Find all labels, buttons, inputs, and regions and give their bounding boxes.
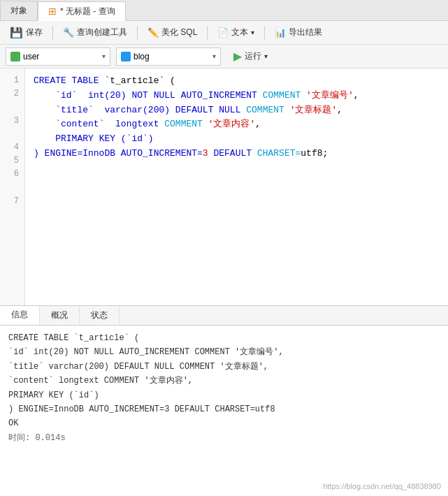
info-ok: OK	[8, 416, 440, 430]
info-line-2: `id` int(20) NOT NULL AUTO_INCREMENT COM…	[8, 345, 440, 359]
divider-3	[207, 26, 208, 40]
user-select[interactable]: user ▾	[6, 48, 110, 66]
save-icon: 💾	[10, 27, 23, 39]
divider-4	[264, 26, 265, 40]
info-time: 时间: 0.014s	[8, 431, 440, 445]
db-select[interactable]: blog ▾	[116, 48, 221, 66]
code-editor[interactable]: CREATE TABLE `t_article` ( `id` int(20) …	[25, 68, 448, 305]
beautify-label: 美化 SQL	[161, 27, 197, 38]
tab-object-label: 对象	[10, 5, 27, 17]
run-dropdown-icon: ▾	[264, 52, 268, 60]
tab-status-label: 状态	[91, 309, 108, 321]
info-line-6: ) ENGINE=InnoDB AUTO_INCREMENT=3 DEFAULT…	[8, 402, 440, 416]
tab-info-label: 信息	[11, 309, 28, 321]
save-button[interactable]: 💾 保存	[6, 25, 47, 41]
info-line-4: `content` longtext COMMENT '文章内容',	[8, 374, 440, 388]
divider-1	[52, 26, 53, 40]
user-label: user	[23, 52, 39, 61]
bottom-panel: 信息 概况 状态 CREATE TABLE `t_article` ( `id`…	[0, 306, 448, 496]
save-label: 保存	[26, 27, 43, 38]
tab-info[interactable]: 信息	[0, 306, 40, 325]
export-button[interactable]: 📊 导出结果	[270, 25, 326, 40]
db-label: blog	[133, 52, 150, 61]
tab-overview-label: 概况	[51, 309, 68, 321]
conn-bar: user ▾ blog ▾ ▶ 运行 ▾	[0, 45, 448, 68]
text-label: 文本	[231, 27, 248, 38]
export-label: 导出结果	[289, 27, 322, 38]
line-numbers: 1 2 3 4 5 6 7	[0, 68, 25, 305]
user-dropdown-icon: ▾	[102, 52, 106, 60]
beautify-icon: ✏️	[147, 27, 159, 38]
tab-status[interactable]: 状态	[80, 306, 120, 325]
toolbar: 💾 保存 🔧 查询创建工具 ✏️ 美化 SQL 📄 文本 ▾ 📊 导出结果	[0, 21, 448, 45]
run-icon: ▶	[233, 50, 242, 63]
run-label: 运行	[245, 50, 261, 62]
export-icon: 📊	[275, 27, 286, 38]
db-icon	[121, 52, 131, 61]
info-line-5: PRIMARY KEY (`id`)	[8, 388, 440, 402]
bottom-tabs: 信息 概况 状态	[0, 306, 448, 326]
query-tool-button[interactable]: 🔧 查询创建工具	[59, 25, 131, 40]
query-tool-label: 查询创建工具	[77, 27, 127, 38]
text-button[interactable]: 📄 文本 ▾	[213, 25, 259, 40]
text-icon: 📄	[217, 27, 229, 38]
tab-overview[interactable]: 概况	[40, 306, 80, 325]
info-line-1: CREATE TABLE `t_article` (	[8, 331, 440, 345]
tab-query-label: * 无标题 - 查询	[60, 6, 115, 17]
divider-2	[137, 26, 138, 40]
tab-bar: 对象 ⊞ * 无标题 - 查询	[0, 0, 448, 21]
run-button[interactable]: ▶ 运行 ▾	[226, 48, 275, 64]
editor-area[interactable]: 1 2 3 4 5 6 7 CREATE TABLE `t_article` (…	[0, 68, 448, 306]
text-dropdown-icon: ▾	[251, 29, 254, 36]
table-icon: ⊞	[48, 6, 57, 17]
beautify-button[interactable]: ✏️ 美化 SQL	[143, 25, 201, 40]
tab-query[interactable]: ⊞ * 无标题 - 查询	[38, 1, 126, 21]
info-line-3: `title` varchar(200) DEFAULT NULL COMMEN…	[8, 360, 440, 374]
tab-object[interactable]: 对象	[0, 1, 38, 20]
watermark: https://blog.csdn.net/qq_48838980	[323, 482, 441, 490]
bottom-content: CREATE TABLE `t_article` ( `id` int(20) …	[0, 326, 448, 496]
user-conn-icon	[10, 52, 20, 61]
query-tool-icon: 🔧	[63, 27, 74, 38]
db-dropdown-icon: ▾	[212, 52, 216, 60]
